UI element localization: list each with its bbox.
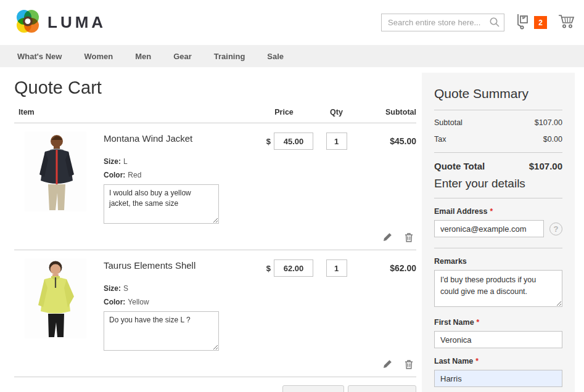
cart-row-montana-wind-jacket: Montana Wind Jacket Size:L Color:Red I w… (14, 123, 416, 226)
first-name-label: First Name* (434, 318, 562, 327)
product-color: Color:Yellow (104, 298, 255, 306)
delete-item-icon[interactable] (405, 359, 413, 369)
delete-item-icon[interactable] (405, 232, 413, 242)
nav-item-gear[interactable]: Gear (173, 52, 192, 61)
row-actions (14, 353, 416, 377)
update-quote-button[interactable]: Update Quote (348, 385, 416, 392)
quote-dolly-icon (516, 14, 530, 32)
email-field[interactable] (434, 220, 544, 237)
last-name-label: Last Name* (434, 357, 562, 365)
column-qty: Qty (313, 108, 360, 116)
quote-total-row: Quote Total $107.00 (434, 161, 562, 171)
quote-cart-link[interactable]: 2 (516, 14, 547, 32)
edit-item-icon[interactable] (383, 232, 392, 242)
cart-row-taurus-elements-shell: Taurus Elements Shell Size:S Color:Yello… (14, 250, 416, 353)
cart-table-header: Item Price Qty Subtotal (14, 108, 416, 123)
edit-item-icon[interactable] (383, 359, 392, 369)
product-name[interactable]: Taurus Elements Shell (104, 260, 255, 271)
product-size: Size:L (104, 157, 255, 166)
item-comment-input[interactable]: Do you have the size L ? (104, 311, 219, 351)
first-name-field[interactable] (434, 331, 562, 348)
search-input[interactable] (381, 14, 504, 31)
nav-item-sale[interactable]: Sale (267, 52, 284, 61)
product-image-montana-wind-jacket (25, 131, 86, 211)
required-asterisk: * (475, 357, 479, 365)
qty-input[interactable] (326, 259, 347, 277)
quote-summary-panel: Quote Summary Subtotal $107.00 Tax $0.00… (422, 73, 575, 392)
price-input[interactable] (274, 133, 313, 150)
quote-summary-title: Quote Summary (434, 81, 562, 110)
product-color: Color:Red (104, 171, 255, 179)
quote-count-badge: 2 (534, 16, 547, 29)
quote-total-value: $107.00 (529, 161, 562, 171)
item-comment-input[interactable]: I would also buy a yellow jacket, the sa… (104, 184, 219, 224)
last-name-field[interactable] (434, 370, 562, 387)
luma-logo-icon (14, 8, 41, 38)
row-subtotal: $45.00 (360, 131, 416, 226)
nav-item-men[interactable]: Men (135, 52, 151, 61)
price-input[interactable] (274, 259, 313, 277)
nav-item-whats-new[interactable]: What's New (17, 52, 62, 61)
tax-value: $0.00 (543, 135, 562, 144)
logo-wordmark: LUMA (47, 13, 106, 32)
nav-item-training[interactable]: Training (214, 52, 245, 61)
email-label: Email Address* (434, 207, 562, 216)
column-price: Price (255, 108, 313, 116)
nav-item-women[interactable]: Women (84, 52, 113, 61)
column-subtotal: Subtotal (360, 108, 416, 116)
remarks-field[interactable]: I'd buy these products if you could give… (434, 270, 562, 307)
product-name[interactable]: Montana Wind Jacket (104, 133, 255, 144)
cart-icon (558, 14, 575, 31)
tax-row: Tax $0.00 (434, 135, 562, 144)
main-nav: What's New Women Men Gear Training Sale (0, 45, 584, 67)
search-box (381, 14, 504, 31)
row-subtotal: $62.00 (360, 258, 416, 353)
required-asterisk: * (477, 318, 480, 327)
page-title: Quote Cart (14, 78, 416, 98)
product-size: Size:S (104, 284, 255, 293)
currency-sign: $ (266, 133, 271, 146)
minicart-link[interactable] (558, 14, 575, 31)
qty-input[interactable] (326, 133, 347, 150)
required-asterisk: * (490, 207, 493, 216)
clear-quote-button[interactable]: Clear Quote (282, 385, 344, 392)
remarks-label: Remarks (434, 257, 562, 266)
subtotal-value: $107.00 (535, 118, 562, 127)
subtotal-row: Subtotal $107.00 (434, 118, 562, 127)
luma-logo[interactable]: LUMA (14, 8, 106, 38)
search-icon[interactable] (489, 17, 500, 30)
help-icon[interactable]: ? (549, 223, 562, 235)
header: LUMA 2 (0, 0, 584, 45)
enter-details-title: Enter your details (434, 177, 562, 198)
column-item: Item (14, 108, 255, 116)
product-image-taurus-elements-shell (25, 258, 86, 338)
cart-buttons: Clear Quote Update Quote (14, 377, 416, 392)
currency-sign: $ (266, 259, 271, 273)
row-actions (14, 226, 416, 250)
